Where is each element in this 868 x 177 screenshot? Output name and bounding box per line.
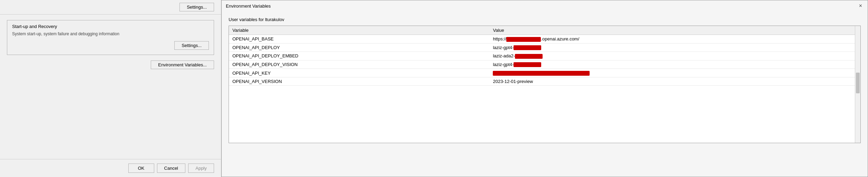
startup-settings-btn-row: Settings... (12, 41, 209, 50)
env-table-container: Variable Value OPENAI_API_BASEhttps://.o… (229, 26, 861, 143)
env-var-name: OPENAI_API_DEPLOY (229, 43, 489, 52)
env-var-value: laziz-gpt4- (489, 43, 860, 52)
redacted-value (514, 62, 541, 67)
redacted-value (506, 37, 541, 42)
env-var-value (489, 69, 860, 77)
env-var-value: https://.openai.azure.com/ (489, 35, 860, 44)
env-var-name: OPENAI_API_VERSION (229, 77, 489, 85)
table-row[interactable]: OPENAI_API_BASEhttps://.openai.azure.com… (229, 35, 860, 44)
redacted-value (493, 71, 590, 76)
env-var-name: OPENAI_API_DEPLOY_EMBED (229, 52, 489, 60)
table-row[interactable]: OPENAI_API_VERSION2023-12-01-preview (229, 77, 860, 85)
scrollbar-thumb[interactable] (856, 73, 860, 93)
user-vars-label: User variables for lturakulov (229, 17, 861, 22)
table-row[interactable]: OPENAI_API_KEY (229, 69, 860, 77)
env-var-value: laziz-gpt4- (489, 60, 860, 69)
scrollbar-track[interactable] (855, 26, 860, 143)
table-header-row: Variable Value (229, 26, 860, 35)
top-settings-button[interactable]: Settings... (179, 3, 214, 11)
dialog-title: Environment Variables (226, 3, 271, 9)
col-variable-header: Variable (229, 26, 489, 35)
env-variables-dialog: Environment Variables × User variables f… (221, 0, 868, 177)
bottom-buttons-row: OK Cancel Apply (0, 159, 221, 177)
env-var-name: OPENAI_API_DEPLOY_VISION (229, 60, 489, 69)
top-settings-row: Settings... (0, 0, 221, 15)
redacted-value (514, 45, 541, 50)
ok-button[interactable]: OK (128, 164, 154, 173)
cancel-button[interactable]: Cancel (157, 164, 185, 173)
startup-recovery-section: Start-up and Recovery System start-up, s… (7, 20, 214, 55)
table-row[interactable]: OPENAI_API_DEPLOYlaziz-gpt4- (229, 43, 860, 52)
env-var-value: 2023-12-01-preview (489, 77, 860, 85)
dialog-body: User variables for lturakulov Variable V… (222, 11, 868, 177)
env-variables-table: Variable Value OPENAI_API_BASEhttps://.o… (229, 26, 860, 86)
startup-section-desc: System start-up, system failure and debu… (12, 31, 209, 37)
startup-section-title: Start-up and Recovery (12, 24, 209, 29)
env-variables-button[interactable]: Environment Variables... (151, 60, 214, 69)
dialog-close-button[interactable]: × (858, 3, 864, 9)
env-var-value: laziz-ada2- (489, 52, 860, 60)
env-var-name: OPENAI_API_BASE (229, 35, 489, 44)
system-properties-panel: Settings... Start-up and Recovery System… (0, 0, 221, 177)
table-row[interactable]: OPENAI_API_DEPLOY_EMBEDlaziz-ada2- (229, 52, 860, 60)
dialog-titlebar: Environment Variables × (222, 0, 868, 11)
left-panel-content: Start-up and Recovery System start-up, s… (0, 15, 221, 159)
apply-button[interactable]: Apply (188, 164, 214, 173)
redacted-value (515, 54, 543, 59)
col-value-header: Value (489, 26, 860, 35)
table-row[interactable]: OPENAI_API_DEPLOY_VISIONlaziz-gpt4- (229, 60, 860, 69)
env-var-name: OPENAI_API_KEY (229, 69, 489, 77)
env-variables-btn-row: Environment Variables... (7, 60, 214, 69)
startup-settings-button[interactable]: Settings... (174, 41, 209, 50)
